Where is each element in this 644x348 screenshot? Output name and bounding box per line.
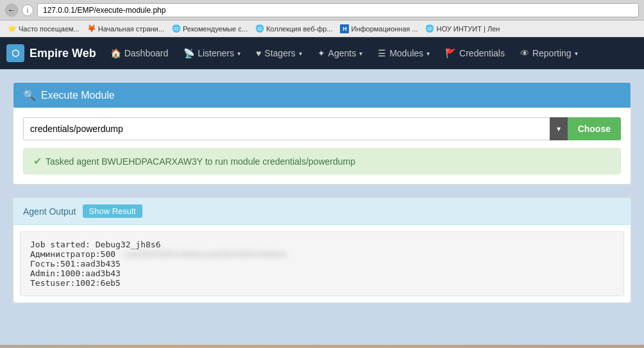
nav-items: 🏠 Dashboard 📡 Listeners ▾ ♥ Stagers ▾ ✦ … [103, 37, 586, 69]
bookmark-icon: ⭐ [8, 24, 17, 33]
execute-module-header: 🔍 Execute Module [13, 83, 631, 108]
module-input[interactable] [23, 117, 550, 140]
bookmark-icon: 🦊 [87, 24, 96, 33]
brand-icon: ⬡ [6, 44, 24, 62]
bookmark-item[interactable]: 🌐 НОУ ИНТУИТ | Лен [423, 24, 502, 33]
agent-output-panel: Agent Output Show Result Job started: De… [13, 197, 631, 303]
bookmark-label: Коллекция веб-фр... [266, 25, 333, 33]
output-line-blurred [121, 259, 271, 269]
execute-module-body: ▾ Choose ✔ Tasked agent BWUEHDPACARXAW3Y… [13, 108, 631, 184]
output-line-blurred [121, 278, 281, 288]
bookmark-label: Рекомендуемые с... [183, 25, 248, 33]
output-line-text: Testuser:1002:6eb5 [30, 278, 121, 288]
output-line: Testuser:1002:6eb5 [30, 278, 614, 288]
nav-modules-label: Modules [389, 48, 423, 58]
output-line-text: Job started: Debug32_jh8s6 [30, 240, 161, 249]
caret-icon: ▾ [359, 50, 362, 57]
nav-agents[interactable]: ✦ Agents ▾ [310, 37, 371, 69]
bookmark-icon: H [340, 24, 349, 33]
nav-dashboard-label: Dashboard [124, 48, 169, 58]
app: ⬡ Empire Web 🏠 Dashboard 📡 Listeners ▾ ♥… [0, 37, 644, 345]
info-button[interactable]: i [22, 4, 33, 16]
success-message: Tasked agent BWUEHDPACARXAW3Y to run mod… [46, 156, 355, 167]
bookmark-label: Часто посещаем... [19, 25, 80, 33]
navbar: ⬡ Empire Web 🏠 Dashboard 📡 Listeners ▾ ♥… [0, 37, 644, 69]
output-line-text: Admin:1000:aad3b43 [30, 269, 121, 278]
reporting-icon: 👁 [520, 48, 529, 58]
nav-listeners-label: Listeners [198, 48, 234, 58]
nav-credentials-label: Credentials [459, 48, 505, 58]
main-content: 🔍 Execute Module ▾ Choose ✔ Tasked agent… [0, 69, 644, 316]
module-input-row: ▾ Choose [23, 117, 621, 140]
agent-output-title: Agent Output [23, 206, 76, 217]
search-icon: 🔍 [23, 89, 36, 101]
nav-credentials[interactable]: 🚩 Credentials [437, 37, 513, 69]
nav-listeners[interactable]: 📡 Listeners ▾ [176, 37, 248, 69]
stagers-icon: ♥ [256, 48, 261, 58]
address-bar[interactable] [37, 3, 639, 17]
listeners-icon: 📡 [183, 48, 194, 58]
nav-dashboard[interactable]: 🏠 Dashboard [103, 37, 176, 69]
output-line: Гость:501:aad3b435 [30, 259, 614, 269]
output-line: Администратор:500 :aad3b435b51404eeaad3b… [30, 249, 614, 259]
bookmark-label: Начальная страни... [98, 25, 164, 33]
check-icon: ✔ [33, 155, 42, 167]
caret-icon: ▾ [575, 50, 578, 57]
bookmarks-bar: ⭐ Часто посещаем... 🦊 Начальная страни..… [0, 21, 644, 37]
output-line-blurred: :aad3b435b51404eeaad3b435b51404ee [115, 249, 366, 259]
bookmark-item[interactable]: 🦊 Начальная страни... [85, 24, 167, 33]
agents-icon: ✦ [318, 48, 325, 58]
output-line-blurred [121, 269, 276, 278]
caret-icon: ▾ [299, 50, 302, 57]
show-result-button[interactable]: Show Result [83, 204, 142, 218]
bookmark-icon: 🌐 [255, 24, 264, 33]
caret-icon: ▾ [237, 50, 241, 57]
bookmark-label: НОУ ИНТУИТ | Лен [436, 25, 500, 33]
execute-module-panel: 🔍 Execute Module ▾ Choose ✔ Tasked agent… [13, 82, 631, 185]
bookmark-item[interactable]: H Информационная ... [337, 24, 420, 34]
nav-brand[interactable]: ⬡ Empire Web [6, 44, 96, 62]
browser-toolbar: ← i [0, 0, 644, 21]
output-line-text: Гость:501:aad3b435 [30, 259, 121, 269]
success-alert: ✔ Tasked agent BWUEHDPACARXAW3Y to run m… [23, 148, 621, 174]
execute-module-title: Execute Module [41, 90, 115, 101]
back-button[interactable]: ← [5, 4, 18, 17]
credentials-icon: 🚩 [445, 48, 456, 58]
agent-output-header: Agent Output Show Result [13, 198, 631, 225]
caret-icon: ▾ [427, 50, 430, 57]
nav-modules[interactable]: ☰ Modules ▾ [370, 37, 437, 69]
module-dropdown-button[interactable]: ▾ [550, 117, 568, 140]
dashboard-icon: 🏠 [110, 48, 121, 58]
modules-icon: ☰ [378, 48, 386, 58]
browser-chrome: ← i ⭐ Часто посещаем... 🦊 Начальная стра… [0, 0, 644, 37]
output-line-text: Администратор:500 [30, 249, 115, 259]
output-line: Admin:1000:aad3b43 [30, 269, 614, 278]
agent-output-content: Job started: Debug32_jh8s6 Администратор… [20, 231, 624, 296]
bookmark-item[interactable]: ⭐ Часто посещаем... [5, 24, 82, 33]
nav-stagers-label: Stagers [264, 48, 295, 58]
bookmark-item[interactable]: 🌐 Рекомендуемые с... [169, 24, 250, 33]
nav-reporting[interactable]: 👁 Reporting ▾ [513, 37, 586, 69]
bookmark-icon: 🌐 [172, 24, 181, 33]
output-line: Job started: Debug32_jh8s6 [30, 240, 614, 249]
bookmark-label: Информационная ... [351, 25, 418, 33]
nav-agents-label: Agents [328, 48, 357, 58]
nav-reporting-label: Reporting [532, 48, 572, 58]
bookmark-icon: 🌐 [425, 24, 434, 33]
nav-stagers[interactable]: ♥ Stagers ▾ [248, 37, 310, 69]
choose-button[interactable]: Choose [568, 117, 621, 140]
brand-name: Empire Web [30, 47, 96, 60]
bookmark-item[interactable]: 🌐 Коллекция веб-фр... [253, 24, 335, 33]
